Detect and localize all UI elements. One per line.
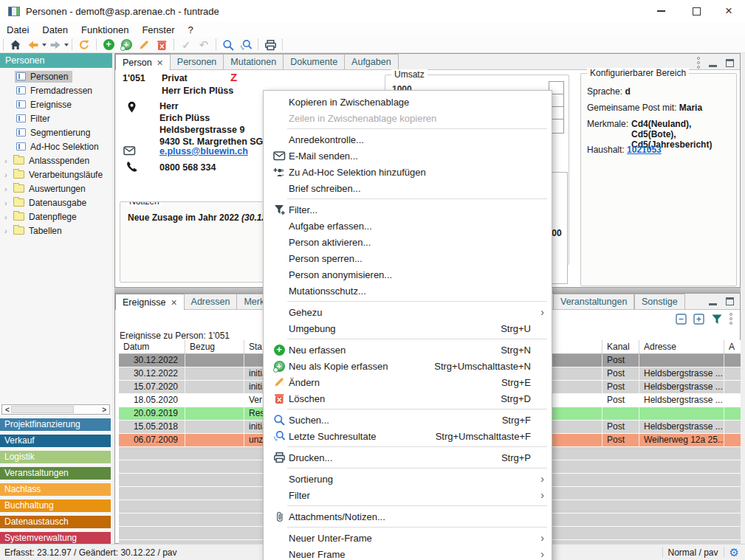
scroll-left-icon[interactable]: < [5,406,10,414]
chevron-right-icon[interactable]: › [4,184,12,193]
menu-item-email-senden[interactable]: E-Mail senden... [264,148,552,164]
sidebar-item-filter[interactable]: Filter [0,111,112,125]
module-logistik[interactable]: Logistik [0,451,111,463]
module-veranstaltungen[interactable]: Veranstaltungen [0,467,111,480]
scrollbar-thumb[interactable] [11,406,74,413]
menu-item-person-sperren[interactable]: Person sperren... [264,250,552,266]
panel-maximize-icon[interactable] [726,59,734,67]
new-button[interactable]: + [100,38,117,52]
edit-button[interactable] [135,38,153,52]
collapse-all-icon[interactable] [676,314,687,325]
tab-mutationen[interactable]: Mutationen [223,54,284,69]
menu-item-person-anonymisieren[interactable]: Person anonymisieren... [264,266,552,283]
expand-all-icon[interactable] [693,314,704,325]
tab-sonstige[interactable]: Sonstige [634,294,685,309]
menu-item-mutationsschutz[interactable]: Mutationsschutz... [264,283,552,299]
sidebar-item-segmentierung[interactable]: Segmentierung [0,125,112,139]
column-header-adresse[interactable]: Adresse [639,340,724,353]
delete-button[interactable] [153,38,171,52]
module-projektfinanzierung[interactable]: Projektfinanzierung [0,418,111,431]
menu-hilfe[interactable]: ? [181,23,199,37]
tab-personen[interactable]: Personen [170,54,224,69]
table-options-icon[interactable] [729,313,732,325]
module-nachlass[interactable]: Nachlass [0,483,111,496]
menu-item-umgebung[interactable]: UmgebungStrg+U [264,320,552,336]
menu-item-brief-schreiben[interactable]: Brief schreiben... [264,180,552,196]
menu-item-neu-als-kopie[interactable]: +Neu als Kopie erfassenStrg+Umschalttast… [264,358,552,374]
tab-dokumente[interactable]: Dokumente [283,54,345,69]
sidebar-item-datenausgabe[interactable]: ›Datenausgabe [0,196,112,210]
menu-item-loeschen[interactable]: LöschenStrg+D [264,390,552,407]
sidebar-item-fremdadressen[interactable]: Fremdadressen [0,83,112,97]
tab-aufgaben[interactable]: Aufgaben [344,54,399,69]
module-datenaustausch[interactable]: Datenaustausch [0,516,111,528]
menu-fenster[interactable]: Fenster [135,23,181,37]
chevron-right-icon[interactable]: › [4,170,12,179]
menu-item-aufgabe-erfassen[interactable]: Aufgabe erfassen... [264,218,552,234]
tab-adressen[interactable]: Adressen [184,294,238,309]
menu-item-filter[interactable]: Filter... [264,201,552,218]
close-tab-icon[interactable]: × [171,297,176,308]
menu-item-letzte-suchresultate[interactable]: Letzte SuchresultateStrg+Umschalttaste+F [264,428,552,444]
scroll-right-icon[interactable]: > [102,406,106,414]
menu-item-gehezu[interactable]: Gehezu› [264,304,552,320]
sidebar-item-auswertungen[interactable]: ›Auswertungen [0,182,112,196]
close-button[interactable]: × [716,0,741,22]
tab-ereignisse[interactable]: Ereignisse× [115,294,185,310]
menu-item-drucken[interactable]: Drucken...Strg+P [264,449,552,466]
forward-button[interactable] [47,38,64,52]
column-header-bezug[interactable]: Bezug [185,340,244,353]
home-button[interactable] [7,38,24,52]
menu-item-aendern[interactable]: ÄndernStrg+E [264,374,552,390]
sidebar-item-ad-hoc-selektion[interactable]: Ad-Hoc Selektion [0,139,112,153]
sidebar-item-ereignisse[interactable]: Ereignisse [0,97,112,111]
chevron-right-icon[interactable]: › [4,227,12,235]
search-button[interactable] [219,38,237,52]
menu-item-suchen[interactable]: Suchen...Strg+F [264,412,552,428]
menu-item-attachments-notizen[interactable]: Attachments/Notizen... [264,508,552,525]
module-verkauf[interactable]: Verkauf [0,435,111,447]
confirm-button[interactable]: ✓ [177,38,195,52]
panel-minimize-icon[interactable] [709,303,717,305]
new-as-copy-button[interactable]: + [117,38,135,52]
minimize-button[interactable] [648,0,673,22]
sidebar-item-personen[interactable]: Personen [0,69,112,83]
menu-datei[interactable]: Datei [0,23,35,37]
refresh-button[interactable] [75,38,93,52]
sidebar-item-verarbeitungslaeufe[interactable]: ›Verarbeitungsläufe [0,167,112,182]
menu-funktionen[interactable]: Funktionen [75,23,135,37]
sidebar-item-datenpflege[interactable]: ›Datenpflege [0,210,112,224]
menu-item-neu-erfassen[interactable]: +Neu erfassenStrg+N [264,342,552,358]
chevron-right-icon[interactable]: › [4,212,12,221]
column-header-kanal[interactable]: Kanal [602,340,639,353]
back-button[interactable] [24,38,42,52]
undo-button[interactable]: ↶ [195,38,213,52]
menu-daten[interactable]: Daten [35,23,75,37]
column-header-a[interactable]: A [724,340,741,353]
menu-item-adhoc-hinzufuegen[interactable]: Zu Ad-Hoc Selektion hinzufügen [264,164,552,180]
chevron-right-icon[interactable]: › [4,156,12,165]
menu-item-neuer-frame[interactable]: Neuer Frame› [264,546,552,560]
panel-minimize-icon[interactable] [709,65,717,67]
module-systemverwaltung[interactable]: Systemverwaltung [0,532,111,545]
close-tab-icon[interactable]: × [157,57,163,69]
column-header-datum[interactable]: Datum [119,340,185,353]
sidebar-item-anlassspenden[interactable]: ›Anlassspenden [0,153,112,167]
menu-item-filter-submenu[interactable]: Filter› [264,487,552,503]
last-search-results-button[interactable] [237,38,255,52]
filter-icon[interactable] [711,314,723,325]
menu-item-neuer-unter-frame[interactable]: Neuer Unter-Frame› [264,530,552,546]
sidebar-item-tabellen[interactable]: ›Tabellen [0,224,112,238]
menu-item-sortierung[interactable]: Sortierung› [264,471,552,487]
menu-item-anredekontrolle[interactable]: Anredekontrolle... [264,131,552,148]
panel-maximize-icon[interactable] [726,297,734,305]
menu-item-kopieren[interactable]: Kopieren in Zwischenablage [264,94,552,110]
tab-person[interactable]: Person× [115,54,171,70]
tab-veranstaltungen[interactable]: Veranstaltungen [553,294,634,309]
email-link[interactable]: e.pluss@bluewin.ch [159,146,248,156]
gear-icon[interactable]: ⚙ [729,546,739,559]
chevron-right-icon[interactable]: › [4,198,12,207]
panel-options-icon[interactable] [697,57,700,69]
menu-item-person-aktivieren[interactable]: Person aktivieren... [264,234,552,250]
module-buchhaltung[interactable]: Buchhaltung [0,499,111,512]
